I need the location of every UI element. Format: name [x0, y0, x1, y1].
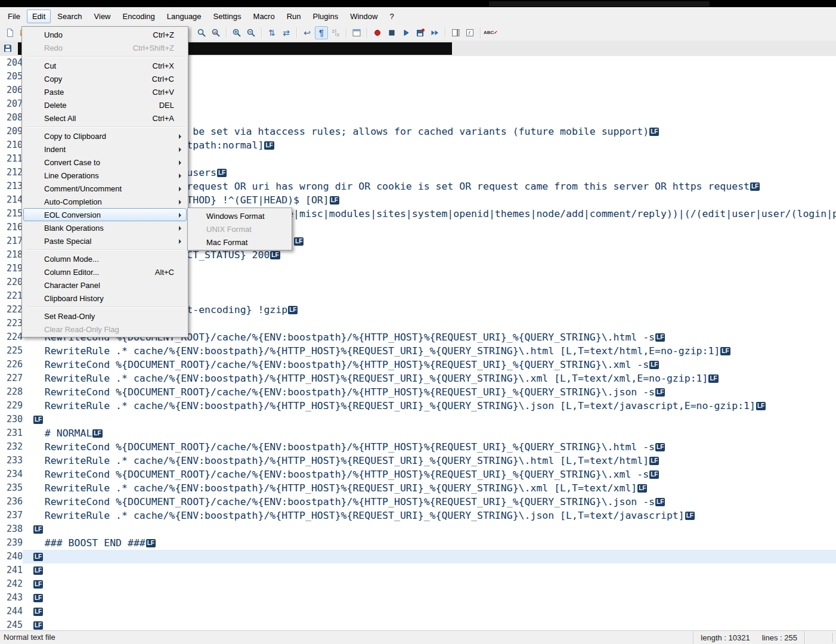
menu-item-character-panel[interactable]: Character Panel: [23, 278, 187, 292]
record-macro-icon[interactable]: [371, 26, 384, 39]
menu-item-set-read-only[interactable]: Set Read-Only: [23, 309, 187, 323]
menu-item-delete[interactable]: DeleteDEL: [23, 98, 187, 112]
stop-recording-icon[interactable]: [385, 26, 398, 39]
line-text[interactable]: LF: [23, 550, 836, 564]
menu-item-undo[interactable]: UndoCtrl+Z: [23, 28, 187, 41]
menu-item-label: Blank Operations: [44, 224, 104, 233]
editor-line: 241LF: [0, 564, 836, 577]
menubar-item-plugins[interactable]: Plugins: [308, 10, 344, 23]
menu-item-select-all[interactable]: Select AllCtrl+A: [23, 112, 187, 125]
menu-item-clear-read-only-flag[interactable]: Clear Read-Only Flag: [23, 323, 187, 336]
menubar-item-window[interactable]: Window: [345, 10, 383, 23]
save-macro-icon[interactable]: [414, 26, 427, 39]
menu-item-auto-completion[interactable]: Auto-Completion: [23, 195, 187, 208]
line-text[interactable]: LF: [23, 564, 836, 577]
editor-line: 245LF: [0, 618, 836, 631]
menubar-item-encoding[interactable]: Encoding: [117, 10, 160, 23]
line-number: 215: [0, 207, 23, 221]
menubar-item-edit[interactable]: Edit: [27, 10, 51, 23]
menu-separator: [27, 126, 185, 128]
line-text[interactable]: RewriteCond %{DOCUMENT_ROOT}/cache/%{ENV…: [23, 440, 836, 454]
line-text[interactable]: RewriteRule .* cache/%{ENV:boostpath}/%{…: [23, 399, 836, 413]
run-macro-multiple-icon[interactable]: [428, 26, 441, 39]
word-wrap-icon[interactable]: ↩: [301, 26, 314, 39]
line-text[interactable]: RewriteCond %{DOCUMENT_ROOT}/cache/%{ENV…: [23, 495, 836, 509]
menu-item-comment-uncomment[interactable]: Comment/Uncomment: [23, 182, 187, 195]
menu-item-eol-conversion[interactable]: EOL Conversion: [23, 208, 187, 221]
line-text[interactable]: # NORMALLF: [23, 426, 836, 440]
menubar-item-run[interactable]: Run: [281, 10, 306, 23]
line-text[interactable]: RewriteCond %{DOCUMENT_ROOT}/cache/%{ENV…: [23, 467, 836, 481]
find-icon[interactable]: [195, 26, 208, 39]
menu-item-shortcut: Ctrl+Z: [153, 30, 181, 39]
zoom-in-icon[interactable]: [230, 26, 243, 39]
editor-line: 240LF: [0, 550, 836, 564]
zoom-out-icon[interactable]: [244, 26, 258, 39]
line-number: 209: [0, 125, 23, 138]
line-number: 232: [0, 440, 23, 454]
menu-item-convert-case-to[interactable]: Convert Case to: [23, 156, 187, 169]
menu-item-clipboard-history[interactable]: Clipboard History: [23, 292, 187, 305]
line-text[interactable]: ### BOOST END ###LF: [23, 536, 836, 550]
function-list-icon[interactable]: f: [463, 26, 476, 39]
line-text[interactable]: RewriteCond %{DOCUMENT_ROOT}/cache/%{ENV…: [23, 358, 836, 371]
line-text[interactable]: RewriteCond %{DOCUMENT_ROOT}/cache/%{ENV…: [23, 385, 836, 399]
sync-horizontal-icon[interactable]: ⇄: [280, 26, 293, 39]
line-text[interactable]: RewriteRule .* cache/%{ENV:boostpath}/%{…: [23, 371, 836, 385]
menu-item-windows-format[interactable]: Windows Format: [189, 209, 290, 222]
line-number: 245: [0, 618, 23, 631]
menu-item-cut[interactable]: CutCtrl+X: [23, 59, 187, 72]
spell-check-icon[interactable]: ABC✓: [484, 26, 497, 39]
doc-map-icon[interactable]: [449, 26, 462, 39]
menubar-item-macro[interactable]: Macro: [248, 10, 280, 23]
tab-save-state-icon: [3, 44, 13, 53]
menubar-item-search[interactable]: Search: [52, 10, 87, 23]
menubar-item-file[interactable]: File: [2, 10, 26, 23]
menu-item-paste-special[interactable]: Paste Special: [23, 234, 187, 247]
menubar-item-language[interactable]: Language: [162, 10, 207, 23]
menu-item-line-operations[interactable]: Line Operations: [23, 169, 187, 182]
new-file-icon[interactable]: [4, 26, 17, 39]
indent-guide-icon[interactable]: [329, 26, 342, 39]
menu-item-column-editor[interactable]: Column Editor...Alt+C: [23, 265, 187, 278]
menu-item-column-mode[interactable]: Column Mode...: [23, 252, 187, 265]
line-text[interactable]: LF: [23, 577, 836, 591]
line-text[interactable]: RewriteRule .* cache/%{ENV:boostpath}/%{…: [23, 481, 836, 495]
menubar-item-settings[interactable]: Settings: [208, 10, 247, 23]
line-text[interactable]: LF: [23, 618, 836, 631]
replace-icon[interactable]: ab: [209, 26, 222, 39]
menu-item-paste[interactable]: PasteCtrl+V: [23, 85, 187, 98]
menu-item-shortcut: Ctrl+A: [153, 114, 181, 123]
user-define-dialog-icon[interactable]: [350, 26, 363, 39]
line-text[interactable]: LF: [23, 591, 836, 605]
eol-mark: LF: [33, 566, 43, 575]
menu-item-unix-format[interactable]: UNIX Format: [189, 222, 290, 236]
line-text[interactable]: RewriteRule .* cache/%{ENV:boostpath}/%{…: [23, 344, 836, 358]
line-text[interactable]: RewriteRule .* cache/%{ENV:boostpath}/%{…: [23, 454, 836, 467]
editor-line: 232 RewriteCond %{DOCUMENT_ROOT}/cache/%…: [0, 440, 836, 454]
line-text[interactable]: LF: [23, 413, 836, 426]
eol-mark: LF: [33, 553, 43, 561]
line-text[interactable]: LF: [23, 522, 836, 536]
eol-mark: LF: [330, 196, 339, 205]
eol-submenu: Windows FormatUNIX FormatMac Format: [187, 208, 292, 250]
playback-macro-icon[interactable]: [400, 26, 413, 39]
window-title-area: [489, 1, 710, 7]
menu-item-copy[interactable]: CopyCtrl+C: [23, 72, 187, 85]
eol-mark: LF: [655, 333, 665, 342]
submenu-arrow-icon: [179, 147, 181, 152]
line-text[interactable]: RewriteRule .* cache/%{ENV:boostpath}/%{…: [23, 509, 836, 522]
menu-item-indent[interactable]: Indent: [23, 143, 187, 156]
line-text[interactable]: LF: [23, 605, 836, 618]
toolbar-separator: [367, 27, 367, 38]
menubar-item-view[interactable]: View: [89, 10, 116, 23]
show-all-characters-icon[interactable]: ¶: [315, 26, 328, 39]
menu-item-redo[interactable]: RedoCtrl+Shift+Z: [23, 41, 187, 54]
submenu-arrow-icon: [179, 226, 181, 231]
sync-vertical-icon[interactable]: ⇅: [265, 26, 278, 39]
menu-item-blank-operations[interactable]: Blank Operations: [23, 221, 187, 234]
menu-item-copy-to-clipboard[interactable]: Copy to Clipboard: [23, 129, 187, 143]
line-number: 224: [0, 330, 23, 344]
menubar-item-help[interactable]: ?: [384, 10, 399, 23]
menu-item-mac-format[interactable]: Mac Format: [189, 236, 290, 249]
